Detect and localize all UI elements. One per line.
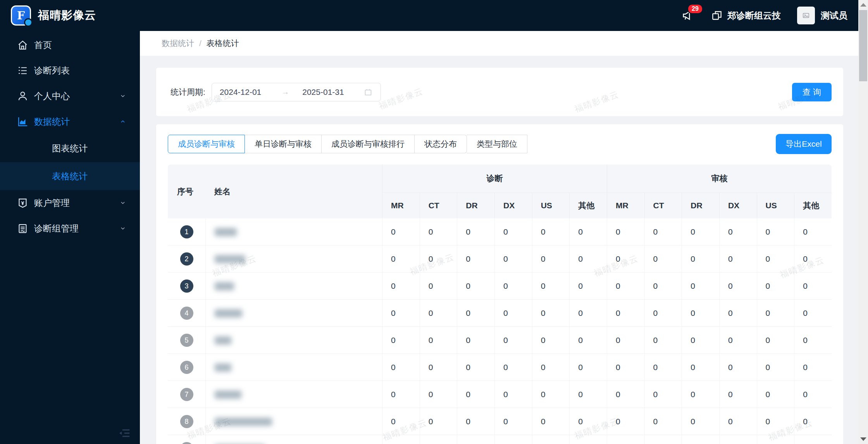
scroll-down-arrow-icon[interactable] — [860, 437, 866, 441]
date-range-picker[interactable]: 2024-12-01 → 2025-01-31 — [212, 83, 381, 101]
tab-1[interactable]: 单日诊断与审核 — [245, 135, 322, 153]
rank-badge: 3 — [180, 279, 193, 293]
calendar-icon[interactable] — [363, 87, 373, 97]
value-cell: 0 — [644, 218, 682, 245]
export-excel-button[interactable]: 导出Excel — [776, 134, 832, 154]
value-cell: 0 — [607, 218, 644, 245]
group-switch-icon — [711, 9, 723, 22]
value-cell: 0 — [607, 408, 644, 435]
value-cell: 0 — [682, 218, 719, 245]
row-index-cell: 5 — [168, 327, 205, 354]
scrollbar-thumb[interactable] — [859, 10, 867, 81]
row-name-cell — [205, 327, 382, 354]
tab-4[interactable]: 类型与部位 — [467, 135, 527, 153]
value-cell: 0 — [757, 300, 794, 327]
value-cell: 0 — [757, 327, 794, 354]
tab-0[interactable]: 成员诊断与审核 — [168, 135, 245, 153]
row-index-cell: 8 — [168, 408, 205, 435]
value-cell: 0 — [420, 327, 457, 354]
value-cell: 0 — [532, 354, 570, 381]
value-cell: 0 — [757, 381, 794, 408]
value-cell: 0 — [420, 273, 457, 300]
notification-button[interactable]: 29 — [681, 9, 694, 22]
value-cell: 0 — [644, 435, 682, 444]
sidebar-item-label: 图表统计 — [52, 142, 88, 154]
vertical-scrollbar[interactable] — [858, 0, 868, 444]
start-date-value[interactable]: 2024-12-01 — [220, 87, 261, 97]
value-cell: 0 — [569, 408, 607, 435]
row-index-cell: 4 — [168, 300, 205, 327]
sidebar-collapse-button[interactable] — [115, 425, 133, 441]
rank-badge: 8 — [180, 415, 193, 428]
value-cell: 0 — [757, 354, 794, 381]
row-name-cell — [205, 300, 382, 327]
home-icon — [17, 39, 29, 51]
col-subheader-DX: DX — [494, 192, 532, 218]
breadcrumb-parent[interactable]: 数据统计 — [162, 38, 194, 49]
value-cell: 0 — [719, 408, 757, 435]
value-cell: 0 — [420, 435, 457, 444]
value-cell: 0 — [607, 273, 644, 300]
value-cell: 0 — [757, 273, 794, 300]
blurred-name — [215, 309, 242, 317]
sidebar-item-data-statistics[interactable]: 数据统计 — [0, 109, 140, 134]
value-cell: 0 — [794, 381, 832, 408]
value-cell: 0 — [457, 435, 494, 444]
value-cell: 0 — [569, 300, 607, 327]
user-menu[interactable]: 测试员 — [797, 7, 847, 24]
sidebar-item-chart-statistics[interactable]: 图表统计 — [0, 134, 140, 162]
blurred-name — [215, 282, 234, 290]
value-cell: 0 — [794, 408, 832, 435]
value-cell: 0 — [532, 327, 570, 354]
sidebar-item-table-statistics[interactable]: 表格统计 — [0, 162, 140, 190]
value-cell: 0 — [532, 435, 570, 444]
scroll-up-arrow-icon[interactable] — [860, 3, 866, 7]
sidebar-item-diagnosis-list[interactable]: 诊断列表 — [0, 58, 140, 83]
value-cell: 0 — [794, 245, 832, 273]
value-cell: 0 — [757, 435, 794, 444]
table-row: 3000000000000 — [168, 273, 832, 300]
tab-2[interactable]: 成员诊断与审核排行 — [322, 135, 415, 153]
value-cell: 0 — [532, 381, 570, 408]
tab-3[interactable]: 状态分布 — [415, 135, 467, 153]
row-index-cell: 3 — [168, 273, 205, 300]
top-bar: F 福晴影像云 29 郑诊断组云技 测试员 — [0, 0, 858, 31]
rank-badge: 9 — [180, 442, 193, 444]
value-cell: 0 — [794, 327, 832, 354]
sidebar-item-personal-center[interactable]: 个人中心 — [0, 83, 140, 109]
wallet-icon — [17, 197, 29, 209]
end-date-value[interactable]: 2025-01-31 — [302, 87, 344, 97]
value-cell: 0 — [569, 245, 607, 273]
sidebar-item-label: 个人中心 — [34, 90, 70, 102]
sidebar-item-home[interactable]: 首页 — [0, 32, 140, 58]
sidebar-item-account-management[interactable]: 账户管理 — [0, 190, 140, 216]
blurred-name — [215, 228, 237, 236]
value-cell: 0 — [532, 218, 570, 245]
row-index-cell: 7 — [168, 381, 205, 408]
value-cell: 0 — [794, 218, 832, 245]
value-cell: 0 — [382, 300, 420, 327]
row-name-cell — [205, 354, 382, 381]
filter-panel: 统计周期: 2024-12-01 → 2025-01-31 查 询 — [156, 68, 843, 116]
row-index-cell: 1 — [168, 218, 205, 245]
app-logo: F — [11, 5, 31, 26]
rank-badge: 2 — [180, 252, 193, 266]
logo-glyph: F — [17, 9, 25, 22]
sidebar-item-label: 表格统计 — [52, 170, 88, 182]
value-cell: 0 — [757, 218, 794, 245]
sidebar-item-label: 诊断组管理 — [34, 223, 79, 235]
group-switch-button[interactable]: 郑诊断组云技 — [711, 9, 781, 22]
value-cell: 0 — [420, 218, 457, 245]
value-cell: 0 — [682, 245, 719, 273]
value-cell: 0 — [569, 381, 607, 408]
value-cell: 0 — [457, 381, 494, 408]
breadcrumb: 数据统计 / 表格统计 — [140, 31, 858, 56]
value-cell: 0 — [644, 245, 682, 273]
sidebar-item-diagnosis-group-management[interactable]: 诊断组管理 — [0, 216, 140, 241]
col-subheader-DX: DX — [719, 192, 757, 218]
row-name-cell — [205, 408, 382, 435]
value-cell: 0 — [719, 381, 757, 408]
query-button[interactable]: 查 询 — [792, 83, 832, 101]
value-cell: 0 — [532, 300, 570, 327]
value-cell: 0 — [682, 435, 719, 444]
